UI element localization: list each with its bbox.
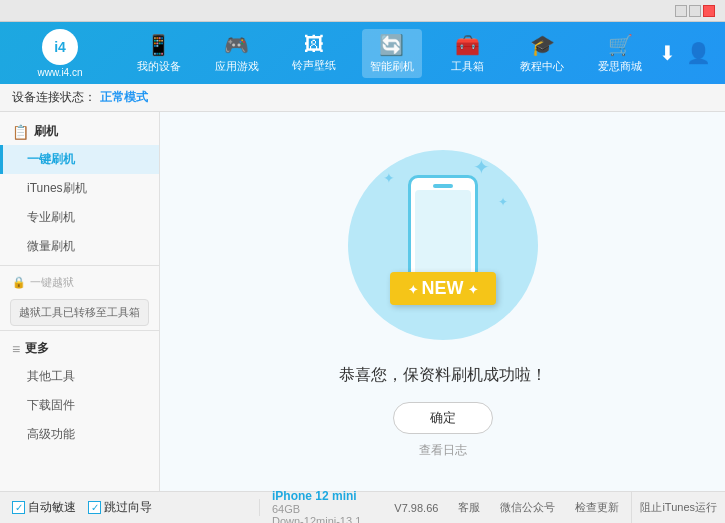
sidebar-section-jailbreak: 🔒 一键越狱: [0, 270, 159, 295]
nav-my-device[interactable]: 📱 我的设备: [129, 29, 189, 78]
status-bar: 设备连接状态： 正常模式: [0, 84, 725, 112]
sidebar-item-itunes-label: iTunes刷机: [27, 181, 87, 195]
header: i4 www.i4.cn 📱 我的设备 🎮 应用游戏 🖼 铃声壁纸 🔄 智能刷机…: [0, 22, 725, 84]
nav-flash-icon: 🔄: [379, 33, 404, 57]
auto-close-label: 自动敏速: [28, 499, 76, 516]
history-link[interactable]: 查看日志: [419, 442, 467, 459]
sidebar-item-one-click-flash[interactable]: 一键刷机: [0, 145, 159, 174]
nav-toolbox-label: 工具箱: [451, 59, 484, 74]
nav-device-label: 我的设备: [137, 59, 181, 74]
nav-bar: 📱 我的设备 🎮 应用游戏 🖼 铃声壁纸 🔄 智能刷机 🧰 工具箱 🎓 教程中心…: [120, 29, 659, 78]
footer-left: ✓ 自动敏速 ✓ 跳过向导: [0, 499, 260, 516]
sidebar-divider-1: [0, 265, 159, 266]
sidebar-item-pro-label: 专业刷机: [27, 210, 75, 224]
logo-area: i4 www.i4.cn: [0, 29, 120, 78]
success-message: 恭喜您，保资料刷机成功啦！: [339, 365, 547, 386]
sparkle-2: ✦: [498, 195, 508, 209]
logo-text: i4: [54, 39, 66, 55]
nav-tutorial[interactable]: 🎓 教程中心: [512, 29, 572, 78]
nav-toolbox-icon: 🧰: [455, 33, 480, 57]
download-button[interactable]: ⬇: [659, 41, 676, 65]
phone-illustration: ✦ ✦ ✦ NEW: [343, 145, 543, 345]
stop-itunes-button[interactable]: 阻止iTunes运行: [631, 492, 725, 523]
phone-screen: [415, 190, 471, 280]
auto-close-checkbox-box[interactable]: ✓: [12, 501, 25, 514]
sidebar-other-tools-label: 其他工具: [27, 369, 75, 383]
stop-itunes-label: 阻止iTunes运行: [640, 500, 717, 515]
nav-wallpaper-icon: 🖼: [304, 33, 324, 56]
nav-flash-label: 智能刷机: [370, 59, 414, 74]
jailbreak-warning-box: 越狱工具已转移至工具箱: [10, 299, 149, 326]
title-bar: [0, 0, 725, 22]
sidebar-item-download-firmware[interactable]: 下载固件: [0, 391, 159, 420]
nav-store-label: 爱思商城: [598, 59, 642, 74]
sparkle-3: ✦: [383, 170, 395, 186]
device-model: Down-12mini-13,1: [272, 515, 370, 524]
new-badge: NEW: [390, 272, 496, 305]
wechat-link[interactable]: 微信公众号: [500, 500, 555, 515]
nav-wallpaper-label: 铃声壁纸: [292, 58, 336, 73]
skip-wizard-checkbox-box[interactable]: ✓: [88, 501, 101, 514]
sidebar-item-save-label: 微量刷机: [27, 239, 75, 253]
content-area: ✦ ✦ ✦ NEW 恭喜您，保资料刷机成功啦！ 确定 查看日志: [160, 112, 725, 491]
sidebar-item-save-data-flash[interactable]: 微量刷机: [0, 232, 159, 261]
more-section-icon: ≡: [12, 341, 20, 357]
footer: ✓ 自动敏速 ✓ 跳过向导 iPhone 12 mini 64GB Down-1…: [0, 491, 725, 523]
nav-device-icon: 📱: [146, 33, 171, 57]
device-name: iPhone 12 mini: [272, 489, 370, 503]
version-info: V7.98.66: [394, 502, 438, 514]
header-actions: ⬇ 👤: [659, 41, 725, 65]
skip-wizard-label: 跳过向导: [104, 499, 152, 516]
nav-store-icon: 🛒: [608, 33, 633, 57]
status-label: 设备连接状态：: [12, 89, 96, 106]
maximize-button[interactable]: [689, 5, 701, 17]
close-button[interactable]: [703, 5, 715, 17]
auto-close-checkbox[interactable]: ✓ 自动敏速: [12, 499, 76, 516]
sidebar-more-title: 更多: [25, 340, 49, 357]
sidebar-download-label: 下载固件: [27, 398, 75, 412]
footer-device: iPhone 12 mini 64GB Down-12mini-13,1: [260, 489, 382, 524]
sidebar-section-flash: 📋 刷机: [0, 118, 159, 145]
check-update-link[interactable]: 检查更新: [575, 500, 619, 515]
nav-tutorial-label: 教程中心: [520, 59, 564, 74]
sidebar-jailbreak-title: 一键越狱: [30, 275, 74, 290]
support-link[interactable]: 客服: [458, 500, 480, 515]
sparkle-1: ✦: [473, 155, 490, 179]
bottom-status: V7.98.66 客服 微信公众号 检查更新: [382, 500, 631, 515]
sidebar: 📋 刷机 一键刷机 iTunes刷机 专业刷机 微量刷机 🔒 一键越狱 越狱工具…: [0, 112, 160, 491]
jailbreak-lock-icon: 🔒: [12, 276, 26, 289]
nav-app-icon: 🎮: [224, 33, 249, 57]
main-layout: 📋 刷机 一键刷机 iTunes刷机 专业刷机 微量刷机 🔒 一键越狱 越狱工具…: [0, 112, 725, 491]
flash-section-icon: 📋: [12, 124, 29, 140]
logo-icon: i4: [42, 29, 78, 65]
sidebar-section-more: ≡ 更多: [0, 335, 159, 362]
sidebar-item-other-tools[interactable]: 其他工具: [0, 362, 159, 391]
nav-toolbox[interactable]: 🧰 工具箱: [440, 29, 495, 78]
sidebar-item-advanced[interactable]: 高级功能: [0, 420, 159, 449]
confirm-button[interactable]: 确定: [393, 402, 493, 434]
minimize-button[interactable]: [675, 5, 687, 17]
phone-notch: [433, 184, 453, 188]
skip-wizard-checkbox[interactable]: ✓ 跳过向导: [88, 499, 152, 516]
user-button[interactable]: 👤: [686, 41, 711, 65]
logo-subtitle: www.i4.cn: [37, 67, 82, 78]
sidebar-flash-title: 刷机: [34, 123, 58, 140]
window-controls: [671, 3, 719, 19]
sidebar-item-itunes-flash[interactable]: iTunes刷机: [0, 174, 159, 203]
sidebar-item-pro-flash[interactable]: 专业刷机: [0, 203, 159, 232]
nav-app-label: 应用游戏: [215, 59, 259, 74]
sidebar-advanced-label: 高级功能: [27, 427, 75, 441]
nav-smart-flash[interactable]: 🔄 智能刷机: [362, 29, 422, 78]
nav-store[interactable]: 🛒 爱思商城: [590, 29, 650, 78]
device-storage: 64GB: [272, 503, 370, 515]
status-value: 正常模式: [100, 89, 148, 106]
nav-app-games[interactable]: 🎮 应用游戏: [207, 29, 267, 78]
nav-wallpaper[interactable]: 🖼 铃声壁纸: [284, 29, 344, 77]
jailbreak-warning-text: 越狱工具已转移至工具箱: [19, 306, 140, 318]
nav-tutorial-icon: 🎓: [530, 33, 555, 57]
sidebar-divider-2: [0, 330, 159, 331]
sidebar-item-one-click-label: 一键刷机: [27, 152, 75, 166]
